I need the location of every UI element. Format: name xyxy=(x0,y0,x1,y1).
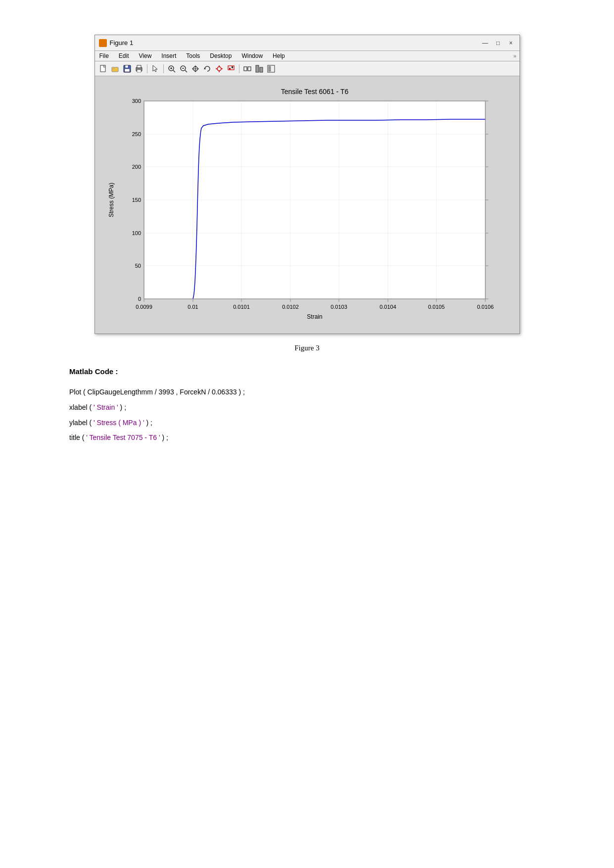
svg-point-19 xyxy=(217,67,221,71)
svg-text:200: 200 xyxy=(132,164,141,170)
svg-text:0.01: 0.01 xyxy=(188,304,198,310)
svg-rect-33 xyxy=(269,66,271,71)
code-xlabel-prefix: xlabel ( xyxy=(69,403,94,411)
menu-help[interactable]: Help xyxy=(271,52,286,60)
title-bar-controls: — □ × xyxy=(481,39,516,48)
code-xlabel-suffix: ) ; xyxy=(118,403,126,411)
svg-rect-26 xyxy=(232,66,233,68)
svg-rect-28 xyxy=(248,67,251,71)
menu-view[interactable]: View xyxy=(138,52,153,60)
svg-rect-5 xyxy=(125,65,128,68)
toolbar-sep-1 xyxy=(147,64,147,73)
stress-strain-chart[interactable]: Tensile Test 6061 - T6 xyxy=(104,81,510,329)
title-bar: Figure 1 — □ × xyxy=(95,35,520,51)
toolbar-sep-2 xyxy=(163,64,164,73)
code-section: Matlab Code : Plot ( ClipGaugeLengthmm /… xyxy=(30,367,584,445)
svg-rect-27 xyxy=(244,67,247,71)
svg-rect-3 xyxy=(112,67,114,69)
toolbar-save[interactable] xyxy=(122,63,133,74)
code-block: Plot ( ClipGaugeLengthmm / 3993 , Forcek… xyxy=(69,385,545,445)
matlab-icon xyxy=(99,39,107,47)
toolbar-new[interactable] xyxy=(98,63,109,74)
window-title: Figure 1 xyxy=(110,39,134,47)
section-title: Matlab Code : xyxy=(69,367,545,376)
menu-edit[interactable]: Edit xyxy=(117,52,131,60)
figure-window: Figure 1 — □ × File Edit View Insert Too… xyxy=(94,35,520,334)
figure-caption: Figure 3 xyxy=(30,344,584,352)
svg-rect-0 xyxy=(100,65,105,72)
code-line-4: title ( ' Tensile Test 7075 - T6 ' ) ; xyxy=(69,430,545,445)
code-ylabel-prefix: ylabel ( xyxy=(69,419,94,427)
svg-line-16 xyxy=(185,70,187,72)
menu-file[interactable]: File xyxy=(98,52,110,60)
toolbar-zoom-in[interactable] xyxy=(166,63,177,74)
toolbar-plotedit[interactable] xyxy=(266,63,277,74)
svg-text:150: 150 xyxy=(132,197,141,203)
plot-area: Tensile Test 6061 - T6 xyxy=(100,81,515,329)
svg-text:0.0102: 0.0102 xyxy=(282,304,299,310)
svg-text:0.0105: 0.0105 xyxy=(428,304,445,310)
svg-rect-6 xyxy=(125,69,130,72)
svg-marker-10 xyxy=(153,65,157,72)
toolbar-brush[interactable] xyxy=(226,63,236,74)
svg-rect-24 xyxy=(228,66,234,70)
svg-text:250: 250 xyxy=(132,131,141,137)
code-line-2: xlabel ( ' Strain ' ) ; xyxy=(69,400,545,415)
code-title-suffix: ) ; xyxy=(160,434,168,441)
minimize-button[interactable]: — xyxy=(481,39,490,48)
plot-container: Tensile Test 6061 - T6 xyxy=(95,76,520,334)
svg-rect-31 xyxy=(260,67,263,72)
code-line-1: Plot ( ClipGaugeLengthmm / 3993 , Forcek… xyxy=(69,385,545,400)
code-ylabel-string: ' Stress ( MPa ) ' xyxy=(94,419,144,427)
svg-text:300: 300 xyxy=(132,98,141,104)
toolbar-rotate[interactable] xyxy=(202,63,213,74)
code-line-3: ylabel ( ' Stress ( MPa ) ' ) ; xyxy=(69,415,545,431)
code-line-1-text: Plot ( ClipGaugeLengthmm / 3993 , Forcek… xyxy=(69,388,245,396)
toolbar-pan[interactable] xyxy=(190,63,201,74)
restore-button[interactable]: □ xyxy=(494,39,503,48)
svg-text:Strain: Strain xyxy=(307,313,322,320)
toolbar-pointer[interactable] xyxy=(150,63,161,74)
svg-text:0.0104: 0.0104 xyxy=(379,304,396,310)
menu-arrow: » xyxy=(513,53,516,59)
svg-rect-9 xyxy=(137,70,141,72)
toolbar-plottools[interactable] xyxy=(254,63,265,74)
svg-text:0: 0 xyxy=(138,296,141,302)
title-bar-left: Figure 1 xyxy=(99,39,134,47)
svg-text:50: 50 xyxy=(135,263,141,269)
menu-tools[interactable]: Tools xyxy=(185,52,201,60)
toolbar-link[interactable] xyxy=(242,63,253,74)
svg-text:0.0106: 0.0106 xyxy=(477,304,494,310)
svg-text:0.0099: 0.0099 xyxy=(136,304,152,310)
code-xlabel-string: ' Strain ' xyxy=(94,403,118,411)
svg-rect-25 xyxy=(229,68,231,70)
svg-rect-8 xyxy=(137,65,141,68)
menu-insert[interactable]: Insert xyxy=(160,52,178,60)
toolbar xyxy=(95,61,520,76)
toolbar-datacursor[interactable] xyxy=(214,63,225,74)
toolbar-open[interactable] xyxy=(110,63,121,74)
menu-window[interactable]: Window xyxy=(240,52,264,60)
toolbar-sep-3 xyxy=(239,64,239,73)
svg-text:100: 100 xyxy=(132,230,141,236)
menu-desktop[interactable]: Desktop xyxy=(208,52,233,60)
svg-text:Stress (MPa): Stress (MPa) xyxy=(108,183,115,217)
code-ylabel-suffix: ) ; xyxy=(144,419,152,427)
svg-text:Tensile Test 6061 - T6: Tensile Test 6061 - T6 xyxy=(281,88,348,96)
toolbar-zoom-out[interactable] xyxy=(178,63,189,74)
svg-rect-30 xyxy=(256,65,259,72)
svg-line-12 xyxy=(173,70,175,72)
code-title-string: ' Tensile Test 7075 - T6 ' xyxy=(86,434,160,441)
menu-bar: File Edit View Insert Tools Desktop Wind… xyxy=(95,51,520,61)
close-button[interactable]: × xyxy=(507,39,516,48)
code-title-prefix: title ( xyxy=(69,434,86,441)
svg-text:0.0101: 0.0101 xyxy=(233,304,250,310)
toolbar-print[interactable] xyxy=(134,63,144,74)
svg-text:0.0103: 0.0103 xyxy=(331,304,347,310)
